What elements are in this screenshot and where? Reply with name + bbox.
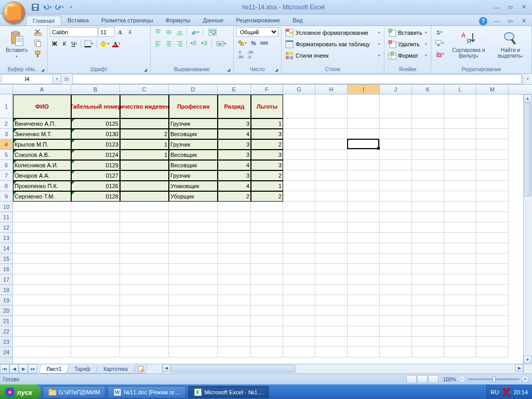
- close-button[interactable]: ✕: [517, 3, 530, 12]
- cell[interactable]: [251, 305, 283, 316]
- italic-icon[interactable]: К: [60, 38, 69, 49]
- cell[interactable]: [315, 170, 348, 181]
- cell[interactable]: [348, 222, 380, 233]
- cell[interactable]: [348, 170, 380, 181]
- table-cell[interactable]: 0129: [71, 160, 120, 170]
- cell[interactable]: [71, 305, 120, 316]
- cell[interactable]: [380, 222, 412, 233]
- cell[interactable]: [120, 264, 169, 274]
- cell[interactable]: [283, 191, 315, 202]
- cell[interactable]: [218, 254, 251, 264]
- cell[interactable]: [283, 305, 315, 316]
- cell[interactable]: [13, 202, 71, 212]
- row-header-6[interactable]: 6: [0, 160, 12, 170]
- bold-icon[interactable]: Ж: [50, 38, 59, 49]
- cell[interactable]: [315, 254, 348, 264]
- cell[interactable]: [476, 326, 509, 337]
- cell[interactable]: [380, 129, 412, 139]
- cell[interactable]: [283, 233, 315, 243]
- cell[interactable]: [283, 202, 315, 212]
- row-header-12[interactable]: 12: [0, 222, 12, 233]
- cell[interactable]: [169, 274, 218, 285]
- sheet-tab-Лист1[interactable]: Лист1: [38, 365, 69, 374]
- cell[interactable]: [348, 95, 380, 118]
- table-cell[interactable]: Весовщик: [169, 129, 218, 139]
- cell[interactable]: [120, 305, 169, 316]
- row-header-23[interactable]: 23: [0, 337, 12, 347]
- col-header-I[interactable]: I: [348, 85, 380, 94]
- table-cell[interactable]: [120, 191, 169, 202]
- cell[interactable]: [283, 254, 315, 264]
- cell[interactable]: [412, 254, 444, 264]
- cell[interactable]: [71, 254, 120, 264]
- table-cell[interactable]: 3: [218, 170, 251, 181]
- cell[interactable]: [348, 129, 380, 139]
- table-cell[interactable]: [120, 118, 169, 129]
- cell[interactable]: [120, 285, 169, 295]
- table-cell[interactable]: 1: [120, 150, 169, 160]
- cell[interactable]: [412, 160, 444, 170]
- table-cell[interactable]: Уборщик: [169, 191, 218, 202]
- select-all-corner[interactable]: [0, 85, 13, 94]
- table-cell[interactable]: 1: [251, 181, 283, 191]
- cell[interactable]: [218, 264, 251, 274]
- cell[interactable]: [71, 316, 120, 326]
- view-normal-icon[interactable]: [406, 375, 417, 383]
- view-page-break-icon[interactable]: [428, 375, 438, 383]
- cell[interactable]: [283, 222, 315, 233]
- table-cell[interactable]: Соколов А.В.: [13, 150, 71, 160]
- format-cells-button[interactable]: Формат▾: [387, 50, 429, 61]
- cell[interactable]: [283, 129, 315, 139]
- name-box[interactable]: I4: [1, 74, 53, 84]
- cell[interactable]: [218, 202, 251, 212]
- cell[interactable]: [380, 264, 412, 274]
- cell[interactable]: [476, 181, 509, 191]
- zoom-out-icon[interactable]: −: [458, 376, 466, 383]
- cell[interactable]: [315, 129, 348, 139]
- cell[interactable]: [13, 326, 71, 337]
- cell[interactable]: [13, 274, 71, 285]
- clock[interactable]: 20:14: [513, 389, 528, 395]
- table-cell[interactable]: Сергиенко Т.М.: [13, 191, 71, 202]
- cell[interactable]: [169, 202, 218, 212]
- cell[interactable]: [315, 139, 348, 150]
- cell[interactable]: [169, 347, 218, 357]
- cell[interactable]: [251, 337, 283, 347]
- cell[interactable]: [412, 326, 444, 337]
- autosum-icon[interactable]: Σ▾: [433, 27, 446, 37]
- cell[interactable]: [315, 264, 348, 274]
- cell[interactable]: [348, 285, 380, 295]
- start-button[interactable]: пуск: [0, 384, 41, 399]
- row-header-19[interactable]: 19: [0, 295, 12, 305]
- cell[interactable]: [444, 316, 476, 326]
- cell[interactable]: [476, 295, 509, 305]
- cell[interactable]: [120, 347, 169, 357]
- tab-Разметка страницы[interactable]: Разметка страницы: [95, 16, 159, 25]
- table-cell[interactable]: 3: [218, 139, 251, 150]
- cell[interactable]: [283, 118, 315, 129]
- align-right-icon[interactable]: [175, 38, 185, 49]
- cell[interactable]: [218, 316, 251, 326]
- decrease-indent-icon[interactable]: [189, 38, 199, 49]
- table-header[interactable]: Табельный номер: [71, 95, 120, 118]
- cell[interactable]: [412, 191, 444, 202]
- cell[interactable]: [476, 118, 509, 129]
- cell[interactable]: [315, 191, 348, 202]
- cell[interactable]: [476, 139, 509, 150]
- cell[interactable]: [476, 212, 509, 222]
- cell[interactable]: [412, 295, 444, 305]
- cell[interactable]: [476, 129, 509, 139]
- tab-Формулы[interactable]: Формулы: [159, 16, 197, 25]
- cell[interactable]: [71, 337, 120, 347]
- cell[interactable]: [412, 222, 444, 233]
- cell[interactable]: [412, 181, 444, 191]
- cell[interactable]: [218, 274, 251, 285]
- comma-icon[interactable]: 000: [259, 38, 270, 48]
- cell[interactable]: [348, 316, 380, 326]
- cell[interactable]: [412, 316, 444, 326]
- cell[interactable]: [71, 264, 120, 274]
- cell[interactable]: [380, 316, 412, 326]
- cell[interactable]: [315, 233, 348, 243]
- increase-font-icon[interactable]: Â: [115, 27, 125, 37]
- cell[interactable]: [169, 243, 218, 254]
